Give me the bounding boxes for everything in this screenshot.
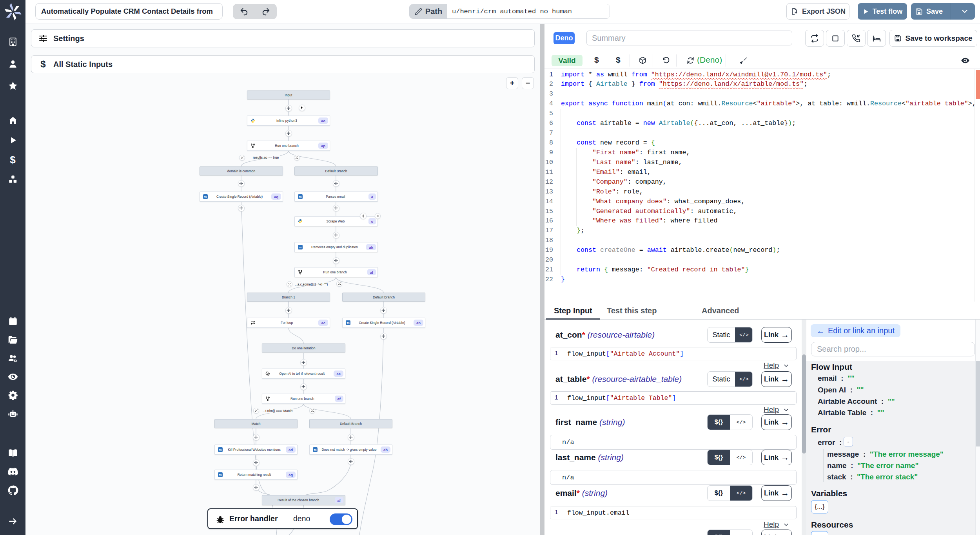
svg-text:TS: TS	[347, 322, 349, 324]
svg-text:TS: TS	[219, 474, 221, 476]
svg-text:TS: TS	[299, 196, 301, 198]
svg-text:TS: TS	[219, 449, 221, 451]
svg-text:TS: TS	[314, 449, 316, 451]
svg-text:TS: TS	[299, 246, 301, 249]
svg-text:TS: TS	[204, 196, 207, 198]
